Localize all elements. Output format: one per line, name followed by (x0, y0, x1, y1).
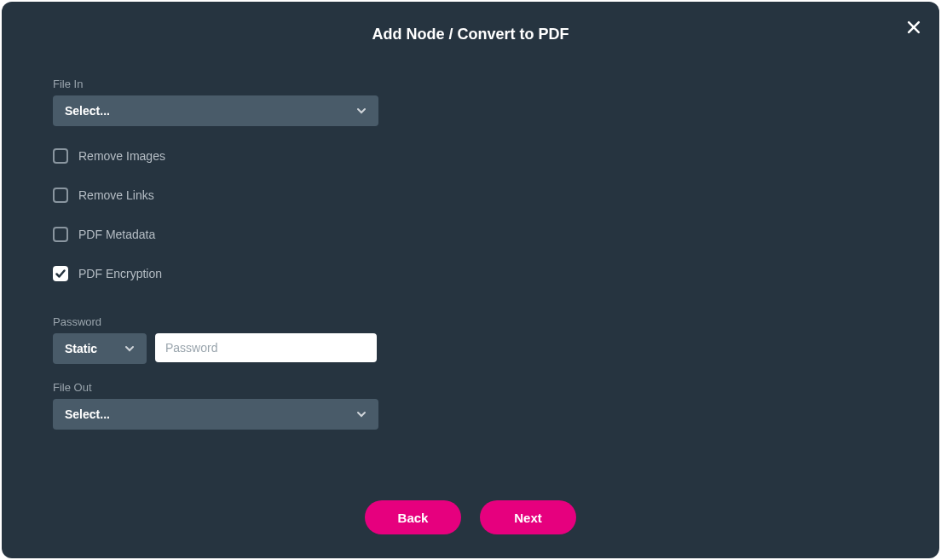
next-button[interactable]: Next (480, 500, 576, 534)
modal-footer: Back Next (2, 500, 939, 534)
password-input[interactable] (155, 333, 377, 362)
chevron-down-icon (356, 409, 367, 419)
pdf-metadata-row: PDF Metadata (53, 227, 888, 242)
file-out-value: Select... (65, 407, 110, 421)
pdf-encryption-checkbox[interactable] (53, 266, 68, 281)
modal-content: File In Select... Remove Images Remove L… (2, 43, 939, 430)
file-in-group: File In Select... (53, 78, 888, 126)
chevron-down-icon (356, 106, 367, 116)
chevron-down-icon (124, 344, 135, 354)
close-icon (905, 19, 922, 36)
file-out-group: File Out Select... (53, 381, 888, 430)
add-node-modal: Add Node / Convert to PDF File In Select… (2, 2, 939, 558)
remove-images-label: Remove Images (78, 149, 165, 163)
file-in-value: Select... (65, 104, 110, 118)
password-mode-value: Static (65, 342, 97, 355)
password-row: Static (53, 333, 888, 364)
file-in-select[interactable]: Select... (53, 95, 378, 126)
pdf-encryption-row: PDF Encryption (53, 266, 888, 281)
remove-links-label: Remove Links (78, 188, 154, 202)
password-label: Password (53, 315, 888, 328)
remove-links-row: Remove Links (53, 188, 888, 203)
back-button[interactable]: Back (365, 500, 461, 534)
remove-images-checkbox[interactable] (53, 148, 68, 164)
file-out-select[interactable]: Select... (53, 399, 378, 430)
check-icon (55, 268, 66, 280)
modal-title: Add Node / Convert to PDF (2, 2, 939, 43)
file-out-label: File Out (53, 381, 888, 394)
password-group: Password Static (53, 315, 888, 364)
pdf-metadata-checkbox[interactable] (53, 227, 68, 242)
password-mode-select[interactable]: Static (53, 333, 147, 364)
remove-images-row: Remove Images (53, 148, 888, 164)
pdf-encryption-label: PDF Encryption (78, 267, 162, 280)
remove-links-checkbox[interactable] (53, 188, 68, 203)
pdf-metadata-label: PDF Metadata (78, 228, 155, 241)
close-button[interactable] (903, 17, 924, 38)
file-in-label: File In (53, 78, 888, 90)
